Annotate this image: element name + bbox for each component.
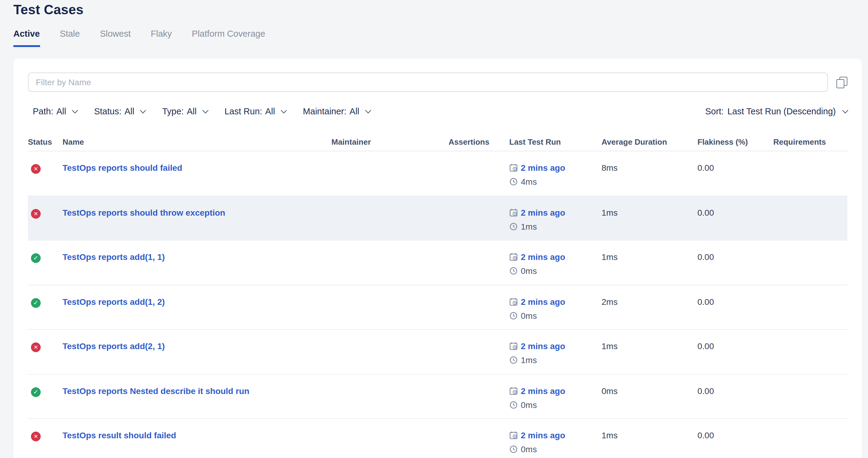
test-cases-page: Test Cases Active Stale Slowest Flaky Pl… xyxy=(0,2,868,458)
tab-flaky[interactable]: Flaky xyxy=(151,29,172,47)
chevron-down-icon xyxy=(842,107,848,113)
maintainer-cell xyxy=(332,330,448,340)
test-case-link[interactable]: TestOps result should failed xyxy=(63,430,176,440)
assertions-cell xyxy=(448,330,509,340)
field-time-icon xyxy=(509,163,518,172)
last-run-link[interactable]: 2 mins ago xyxy=(521,295,565,307)
filter-by-name-input[interactable] xyxy=(28,72,828,92)
flakiness-cell: 0.00 xyxy=(698,374,773,397)
requirements-cell xyxy=(773,419,847,429)
last-run-link[interactable]: 2 mins ago xyxy=(521,206,565,218)
last-test-run-cell: 2 mins ago 1ms xyxy=(509,196,601,232)
tab-platform-coverage[interactable]: Platform Coverage xyxy=(192,29,265,47)
last-run-link[interactable]: 2 mins ago xyxy=(521,429,565,441)
tab-active[interactable]: Active xyxy=(13,29,40,47)
last-run-link[interactable]: 2 mins ago xyxy=(521,162,565,174)
filter-status[interactable]: Status: All xyxy=(94,106,145,116)
filter-last-run[interactable]: Last Run: All xyxy=(225,106,286,116)
name-cell: TestOps reports should failed xyxy=(63,151,332,174)
status-icon xyxy=(31,164,41,174)
column-header-last-test-run: Last Test Run xyxy=(509,137,601,146)
last-run-duration: 0ms xyxy=(521,398,537,411)
name-cell: TestOps reports add(2, 1) xyxy=(63,330,332,352)
assertions-cell xyxy=(448,374,509,385)
status-icon xyxy=(31,432,41,441)
sort-select[interactable]: Sort: Last Test Run (Descending) xyxy=(705,106,847,116)
column-header-maintainer: Maintainer xyxy=(332,137,448,146)
filter-type[interactable]: Type: All xyxy=(162,106,208,116)
filter-label: Path: xyxy=(33,106,54,116)
name-cell: TestOps reports should throw exception xyxy=(63,196,332,218)
test-case-link[interactable]: TestOps reports add(2, 1) xyxy=(63,341,165,351)
status-cell xyxy=(28,196,63,218)
last-run-link[interactable]: 2 mins ago xyxy=(521,340,565,352)
maintainer-cell xyxy=(332,151,448,162)
status-cell xyxy=(28,330,63,352)
filter-value: All xyxy=(350,106,359,116)
field-time-icon xyxy=(509,297,518,306)
last-run-duration: 1ms xyxy=(521,220,537,232)
field-time-icon xyxy=(509,431,518,439)
tab-slowest[interactable]: Slowest xyxy=(100,29,131,47)
chevron-down-icon xyxy=(281,107,287,113)
filter-label: Last Run: xyxy=(225,106,262,116)
test-case-link[interactable]: TestOps reports add(1, 1) xyxy=(63,252,165,262)
status-cell xyxy=(28,240,63,263)
chevron-down-icon xyxy=(203,107,209,113)
status-icon xyxy=(31,209,41,218)
filter-value: All xyxy=(124,106,134,116)
maintainer-cell xyxy=(332,240,448,251)
table-row[interactable]: TestOps result should failed 2 mins ago … xyxy=(28,419,847,458)
field-time-icon xyxy=(509,342,518,350)
table-row[interactable]: TestOps reports add(1, 2) 2 mins ago 0ms… xyxy=(28,285,847,330)
average-duration-cell: 1ms xyxy=(601,330,698,352)
last-run-link[interactable]: 2 mins ago xyxy=(521,251,565,263)
table-row[interactable]: TestOps reports should throw exception 2… xyxy=(28,196,847,240)
tab-stale[interactable]: Stale xyxy=(60,29,80,47)
table-row[interactable]: TestOps reports Nested describe it shoul… xyxy=(28,374,847,419)
test-case-link[interactable]: TestOps reports Nested describe it shoul… xyxy=(63,386,249,395)
copy-icon[interactable] xyxy=(836,76,847,88)
status-icon xyxy=(31,298,41,307)
name-cell: TestOps reports add(1, 2) xyxy=(63,285,332,307)
filter-maintainer[interactable]: Maintainer: All xyxy=(303,106,370,116)
filter-value: All xyxy=(187,106,196,116)
table-row[interactable]: TestOps reports add(2, 1) 2 mins ago 1ms… xyxy=(28,330,847,374)
assertions-cell xyxy=(448,151,509,162)
chevron-down-icon xyxy=(365,107,371,113)
last-run-duration: 1ms xyxy=(521,354,537,366)
table-row[interactable]: TestOps reports add(1, 1) 2 mins ago 0ms… xyxy=(28,240,847,285)
filter-path[interactable]: Path: All xyxy=(33,106,77,116)
maintainer-cell xyxy=(332,419,448,429)
status-icon xyxy=(31,387,41,397)
test-case-link[interactable]: TestOps reports should failed xyxy=(63,163,182,172)
last-run-link[interactable]: 2 mins ago xyxy=(521,385,565,397)
test-case-link[interactable]: TestOps reports should throw exception xyxy=(63,207,225,217)
flakiness-cell: 0.00 xyxy=(698,151,773,174)
sort-label: Sort: xyxy=(705,106,723,116)
status-cell xyxy=(28,151,63,174)
column-header-assertions: Assertions xyxy=(448,137,509,146)
last-test-run-cell: 2 mins ago 4ms xyxy=(509,151,601,188)
clock-icon xyxy=(509,400,518,409)
last-test-run-cell: 2 mins ago 0ms xyxy=(509,419,601,455)
table-row[interactable]: TestOps reports should failed 2 mins ago… xyxy=(28,151,847,196)
clock-icon xyxy=(509,177,518,186)
clock-icon xyxy=(509,267,518,275)
flakiness-cell: 0.00 xyxy=(698,196,773,218)
filter-label: Type: xyxy=(162,106,184,116)
chevron-down-icon xyxy=(140,107,146,113)
column-header-name: Name xyxy=(63,137,332,146)
search-row xyxy=(28,72,847,92)
table-header: Status Name Maintainer Assertions Last T… xyxy=(28,133,847,151)
clock-icon xyxy=(509,445,518,453)
clock-icon xyxy=(509,222,518,231)
flakiness-cell: 0.00 xyxy=(698,285,773,307)
last-run-duration: 0ms xyxy=(521,265,537,277)
average-duration-cell: 0ms xyxy=(601,374,698,397)
last-test-run-cell: 2 mins ago 0ms xyxy=(509,374,601,411)
maintainer-cell xyxy=(332,285,448,295)
last-test-run-cell: 2 mins ago 0ms xyxy=(509,240,601,277)
column-header-status: Status xyxy=(28,137,63,146)
test-case-link[interactable]: TestOps reports add(1, 2) xyxy=(63,297,165,306)
